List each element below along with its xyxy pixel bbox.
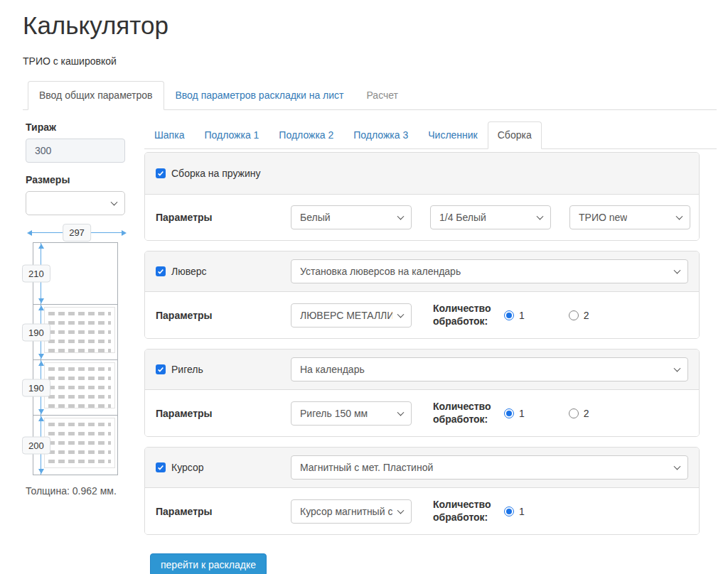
diagram-section-block3: 200 [33,415,117,475]
height-dimension-value: 210 [22,265,50,283]
radio-checked-icon [504,408,514,418]
size-diagram: 297 210 190 [26,224,128,477]
diagram-section-block2: 190 [33,359,117,415]
spring-assembly-checkbox[interactable]: Сборка на пружину [156,168,261,179]
tab-general-params[interactable]: Ввод общих параметров [28,81,164,110]
params-label: Параметры [156,212,291,223]
height-dimension-value: 190 [22,379,50,396]
checkbox-label: Ригель [171,364,203,375]
panel-spring-assembly: Сборка на пружину Параметры Белый 1/4 Бе… [144,152,700,241]
params-label: Параметры [156,506,291,517]
page-title: Калькулятор [23,7,717,41]
quantity-label: Количество обработок: [433,303,498,327]
checkbox-label: Сборка на пружину [171,168,261,179]
chevron-down-icon [397,408,405,416]
lyuvers-qty-radio-1[interactable]: 1 [504,310,525,321]
kursor-qty-radio-1[interactable]: 1 [504,506,525,517]
lyuvers-qty-radio-2[interactable]: 2 [569,310,589,321]
calendar-outline: 210 190 [33,242,118,475]
checkbox-checked-icon [156,364,166,374]
quantity-label: Количество обработок: [433,401,498,426]
assembly-tab-bar: Шапка Подложка 1 Подложка 2 Подложка 3 Ч… [144,121,717,149]
go-to-layout-button[interactable]: перейти к раскладке [150,553,267,574]
main-tab-bar: Ввод общих параметров Ввод параметров ра… [23,81,717,110]
sidebar: Тираж Размеры 297 [23,121,128,574]
arrow-left-icon [27,230,32,236]
radio-checked-icon [504,507,514,516]
width-dimension-value: 297 [63,224,91,242]
panel-kursor: Курсор Магнитный с мет. Пластиной Параме… [144,447,700,535]
checkbox-checked-icon [156,168,166,178]
radio-checked-icon [504,310,514,320]
chevron-down-icon [111,199,118,206]
tab-content: Шапка Подложка 1 Подложка 2 Подложка 3 Ч… [144,121,728,574]
chevron-down-icon [676,213,683,220]
radio-unchecked-icon [569,310,579,320]
checkbox-label: Люверс [171,266,207,277]
lyuvers-checkbox[interactable]: Люверс [156,266,207,277]
tab-calculation[interactable]: Расчет [355,81,410,110]
diagram-section-block1: 190 [33,304,117,359]
sizes-label: Размеры [26,174,128,185]
tirazh-label: Тираж [26,121,128,133]
rigel-placement-select[interactable]: На календарь [291,357,688,381]
tab-podlozhka-3[interactable]: Подложка 3 [343,121,418,149]
tab-podlozhka-1[interactable]: Подложка 1 [194,121,269,149]
chevron-down-icon [674,267,681,274]
radio-unchecked-icon [569,408,579,418]
calculator-page: Калькулятор ТРИО с кашировкой Ввод общих… [0,0,728,574]
rigel-size-select[interactable]: Ригель 150 мм [291,401,412,426]
panel-lyuvers: Люверс Установка люверсов на календарь П… [144,251,700,339]
tirazh-input[interactable] [26,139,125,163]
checkbox-checked-icon [156,462,166,472]
kursor-type-select[interactable]: Магнитный с мет. Пластиной [291,455,688,480]
checkbox-checked-icon [156,266,166,276]
rigel-qty-radio-2[interactable]: 2 [569,408,589,419]
sizes-select[interactable] [26,191,125,215]
thickness-label: Толщина: 0.962 мм. [26,485,128,497]
rigel-qty-radio-1[interactable]: 1 [504,408,525,419]
kursor-checkbox[interactable]: Курсор [156,462,204,473]
panel-rigel: Ригель На календарь Параметры Ригель 150… [144,349,700,437]
spring-size-select[interactable]: 1/4 Белый [430,205,551,229]
tab-sborka[interactable]: Сборка [488,121,542,149]
spring-color-select[interactable]: Белый [291,205,412,229]
quantity-label: Количество обработок: [433,499,498,524]
kursor-material-select[interactable]: Курсор магнитный с м [291,499,412,524]
chevron-down-icon [397,213,405,220]
tab-shapka[interactable]: Шапка [144,121,194,149]
tab-chislennik[interactable]: Численник [418,121,488,149]
calendar-grid [44,362,115,408]
tab-podlozhka-2[interactable]: Подложка 2 [269,121,343,149]
chevron-down-icon [397,507,405,514]
params-label: Параметры [156,310,291,321]
spring-type-select[interactable]: ТРИО new [569,205,690,229]
chevron-down-icon [397,310,405,318]
checkbox-label: Курсор [171,462,204,473]
rigel-checkbox[interactable]: Ригель [156,364,203,375]
height-dimension-value: 200 [22,436,50,454]
calendar-grid [44,418,115,468]
params-label: Параметры [156,408,291,419]
page-subtitle: ТРИО с кашировкой [23,55,717,67]
chevron-down-icon [674,365,681,372]
lyuvers-material-select[interactable]: ЛЮВЕРС МЕТАЛЛИЧЕ [291,303,412,327]
diagram-section-header: 210 [33,243,117,304]
chevron-down-icon [537,213,544,220]
tab-layout-params[interactable]: Ввод параметров раскладки на лист [164,81,355,110]
chevron-down-icon [674,463,681,470]
height-dimension-value: 190 [22,323,50,341]
arrow-right-icon [122,230,127,236]
lyuvers-operation-select[interactable]: Установка люверсов на календарь [291,259,688,283]
calendar-grid [44,307,115,353]
